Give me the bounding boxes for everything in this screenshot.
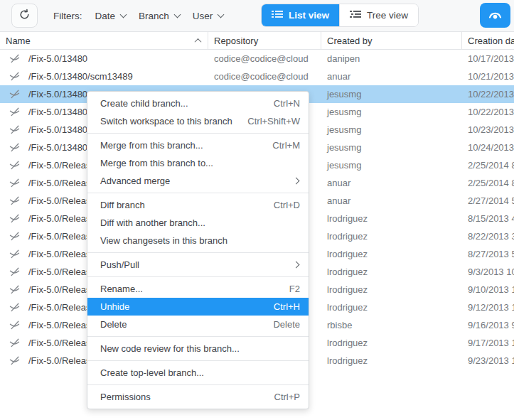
menu-item-label: Push/Pull [100, 259, 294, 270]
table-row[interactable]: /Fix-5.0/13480/scm13489 codice@codice@cl… [0, 68, 514, 85]
menu-group: Merge from this branch... Ctrl+M Merge f… [87, 133, 309, 190]
menu-group: New code review for this branch... [87, 336, 309, 357]
menu-item-label: Diff branch [100, 200, 274, 210]
menu-group: Create top-level branch... [87, 360, 309, 382]
created-by-cell: anuar [321, 68, 462, 85]
filter-label: Date [95, 11, 116, 21]
menu-item-label: Merge from this branch... [100, 140, 272, 151]
menu-item-shortcut: F2 [289, 284, 300, 294]
refresh-button[interactable] [11, 4, 38, 28]
created-by-cell: lrodriguez [321, 245, 462, 263]
creation-date-cell: 2/25/2014 8 [462, 174, 514, 192]
hidden-branch-eye-off-icon [0, 139, 28, 156]
branch-context-menu: Create child branch... Ctrl+N Switch wor… [87, 91, 309, 409]
chevron-down-icon [173, 11, 181, 18]
menu-item[interactable]: New code review for this branch... [87, 340, 309, 357]
refresh-icon [18, 8, 31, 23]
menu-item-label: Create child branch... [100, 98, 274, 109]
view-toggle: List view Tree view [261, 4, 419, 27]
created-by-cell: lrodriguez [321, 334, 462, 352]
created-by-cell: lrodriguez [321, 263, 462, 281]
submenu-chevron-icon [293, 262, 300, 269]
menu-item[interactable]: Merge from this branch to... [87, 154, 309, 172]
menu-group: Push/Pull [87, 252, 309, 274]
menu-item[interactable]: Rename... F2 [87, 280, 309, 298]
sort-ascending-icon [195, 38, 202, 45]
table-row[interactable]: /Fix-5.0/13480 codice@codice@cloud danip… [0, 50, 514, 68]
menu-item[interactable]: Switch workspace to this branch Ctrl+Shi… [87, 112, 309, 130]
menu-item-shortcut: Ctrl+H [274, 301, 300, 312]
menu-item[interactable]: Create top-level branch... [87, 364, 309, 382]
table-header: Name Repository Created by Creation dat [0, 31, 514, 50]
creation-date-cell: 9/23/2013 1 [462, 352, 514, 370]
menu-item-shortcut: Ctrl+D [274, 200, 300, 210]
creation-date-cell: 9/3/2013 10 [462, 263, 514, 281]
hidden-branch-eye-off-icon [0, 192, 28, 210]
creation-date-cell: 10/17/2013 2 [462, 50, 514, 68]
menu-item[interactable]: View changesets in this branch [87, 232, 309, 249]
hidden-branch-eye-off-icon [0, 245, 28, 263]
branch-name-cell: /Fix-5.0/13480 [28, 50, 208, 68]
creation-date-cell: 2/27/2014 5 [462, 192, 514, 210]
show-hidden-branches-button[interactable] [480, 3, 510, 28]
menu-item[interactable]: Delete Delete [87, 316, 309, 333]
hidden-branch-eye-off-icon [0, 210, 28, 227]
creation-date-cell: 10/22/2013 [462, 85, 514, 103]
hidden-branch-eye-off-icon [0, 103, 28, 121]
column-header-creation-date[interactable]: Creation dat [462, 32, 514, 49]
menu-item[interactable]: Permissions Ctrl+P [87, 388, 309, 406]
list-view-button[interactable]: List view [262, 4, 339, 26]
creation-date-cell: 8/22/2013 3 [462, 227, 514, 245]
eye-icon [487, 8, 503, 23]
hidden-branch-eye-off-icon [0, 174, 28, 192]
creation-date-cell: 9/17/2013 1: [462, 334, 514, 352]
hidden-branch-eye-off-icon [0, 68, 28, 85]
tree-view-icon [350, 10, 361, 21]
repository-cell: codice@codice@cloud [208, 50, 321, 68]
created-by-cell: jesusmg [321, 85, 462, 103]
creation-date-cell: 8/15/2013 4 [462, 210, 514, 227]
created-by-cell: rbisbe [321, 316, 462, 334]
hidden-branch-eye-off-icon [0, 50, 28, 68]
repository-cell: codice@codice@cloud [208, 68, 321, 85]
filter-dropdown[interactable]: Branch [139, 11, 180, 21]
menu-item-label: New code review for this branch... [100, 343, 300, 354]
menu-item-label: View changesets in this branch [100, 235, 300, 246]
menu-item[interactable]: Diff with another branch... [87, 214, 309, 232]
creation-date-cell: 10/22/2013 [462, 103, 514, 121]
chevron-down-icon [120, 11, 127, 18]
menu-item-label: Unhide [100, 301, 274, 312]
creation-date-cell: 10/23/2013 [462, 121, 514, 139]
creation-date-cell: 8/27/2013 5 [462, 245, 514, 263]
menu-item-shortcut: Ctrl+N [274, 98, 300, 109]
menu-item[interactable]: Advanced merge [87, 172, 309, 190]
menu-item[interactable]: Push/Pull [87, 256, 309, 274]
branch-name-cell: /Fix-5.0/13480/scm13489 [28, 68, 208, 85]
menu-item[interactable]: Diff branch Ctrl+D [87, 196, 309, 214]
column-header-created-by[interactable]: Created by [321, 32, 462, 49]
hidden-branch-eye-off-icon [0, 227, 28, 245]
menu-item-label: Diff with another branch... [100, 217, 300, 228]
hidden-branch-eye-off-icon [0, 298, 28, 316]
menu-item[interactable]: Create child branch... Ctrl+N [87, 95, 309, 112]
filter-dropdowns: Date Branch User [82, 11, 224, 21]
toolbar: Filters: Date Branch User List view [0, 0, 514, 31]
menu-item[interactable]: Unhide Ctrl+H [87, 298, 309, 316]
column-header-name[interactable]: Name [0, 32, 208, 49]
created-by-cell: lrodriguez [321, 227, 462, 245]
column-header-repository[interactable]: Repository [208, 32, 321, 49]
tree-view-button[interactable]: Tree view [339, 4, 418, 26]
filter-dropdown[interactable]: User [193, 11, 224, 21]
hidden-branch-eye-off-icon [0, 281, 28, 298]
menu-item[interactable]: Merge from this branch... Ctrl+M [87, 136, 309, 154]
filter-label: Branch [139, 11, 169, 21]
tree-view-label: Tree view [367, 10, 408, 21]
filter-dropdown[interactable]: Date [95, 11, 127, 21]
created-by-cell: jesusmg [321, 156, 462, 174]
list-view-label: List view [289, 10, 329, 21]
creation-date-cell: 9/10/2013 12 [462, 281, 514, 298]
menu-group: Permissions Ctrl+P [87, 384, 309, 406]
submenu-chevron-icon [293, 178, 300, 185]
created-by-cell: jesusmg [321, 121, 462, 139]
created-by-cell: jesusmg [321, 103, 462, 121]
